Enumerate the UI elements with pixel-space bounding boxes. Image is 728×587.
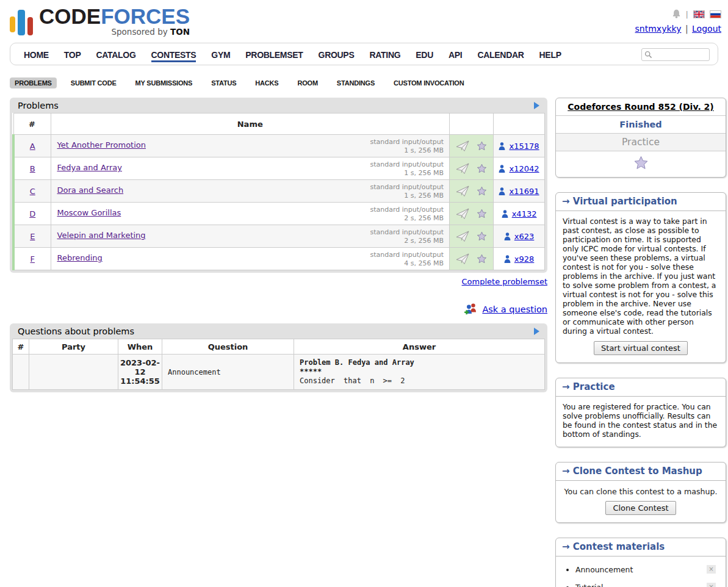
contest-tab[interactable]: CUSTOM INVOCATION: [389, 77, 469, 88]
question-index: [13, 355, 29, 390]
search-icon: [644, 51, 652, 59]
start-virtual-contest-button[interactable]: Start virtual contest: [594, 341, 688, 355]
submit-plane-icon[interactable]: [453, 209, 474, 218]
problem-letter-link[interactable]: E: [30, 232, 35, 241]
submit-plane-icon[interactable]: [453, 186, 474, 195]
submit-plane-icon[interactable]: [453, 254, 474, 263]
contest-material-item: Tutorial ×: [575, 583, 726, 587]
contest-tab[interactable]: PROBLEMS: [10, 77, 57, 88]
search-input[interactable]: [652, 50, 707, 60]
clone-mashup-title: → Clone Contest to Mashup: [556, 463, 726, 481]
questions-caption-bar: Questions about problems: [12, 326, 545, 339]
solved-count-link[interactable]: x623: [514, 232, 535, 241]
practice-text: You are registered for practice. You can…: [556, 397, 726, 447]
problem-letter-link[interactable]: D: [29, 209, 35, 218]
problem-letter-link[interactable]: B: [30, 164, 35, 173]
logout-link[interactable]: Logout: [692, 24, 721, 34]
contest-tab[interactable]: ROOM: [292, 77, 322, 88]
problems-caption-bar: Problems: [12, 100, 545, 113]
ton-text: TON: [170, 27, 190, 37]
nav-item[interactable]: API: [449, 46, 462, 62]
bell-icon[interactable]: [672, 9, 681, 19]
contest-materials-title: → Contest materials: [556, 538, 726, 556]
problem-name-link[interactable]: Velepin and Marketing: [57, 231, 146, 240]
problem-solved-cell: x928: [494, 248, 545, 270]
star-icon[interactable]: [633, 162, 649, 171]
problem-letter-link[interactable]: A: [30, 142, 35, 151]
user-separator: |: [682, 24, 691, 34]
nav-item[interactable]: HOME: [24, 46, 49, 62]
favorite-star-icon[interactable]: [474, 254, 489, 263]
contest-material-link[interactable]: Tutorial: [575, 583, 604, 587]
favorite-star-row: [556, 151, 726, 177]
nav-item[interactable]: GROUPS: [319, 46, 355, 62]
nav-item[interactable]: RATING: [369, 46, 400, 62]
solved-count-link[interactable]: x15178: [510, 142, 539, 151]
solved-count-link[interactable]: x4132: [512, 209, 537, 218]
contest-title-link[interactable]: Codeforces Round 852 (Div. 2): [568, 102, 713, 112]
nav-item[interactable]: HELP: [539, 46, 561, 62]
contest-tab[interactable]: SUBMIT CODE: [66, 77, 121, 88]
header: CODEFORCES Sponsored by TON | sntmxykky …: [10, 0, 726, 41]
favorite-star-icon[interactable]: [474, 231, 489, 240]
problem-name-link[interactable]: Yet Another Promotion: [57, 140, 146, 149]
expand-arrow-icon[interactable]: [534, 102, 539, 109]
close-icon[interactable]: ×: [707, 565, 716, 574]
nav-item[interactable]: PROBLEMSET: [245, 46, 303, 62]
nav-item[interactable]: CONTESTS: [151, 46, 196, 62]
ask-question-link[interactable]: Ask a question: [482, 304, 547, 314]
nav-item[interactable]: CALENDAR: [477, 46, 524, 62]
username-link[interactable]: sntmxykky: [635, 24, 682, 34]
solvers-person-icon: [499, 142, 509, 151]
problem-letter-link[interactable]: F: [31, 254, 35, 264]
contest-tab[interactable]: MY SUBMISSIONS: [131, 77, 198, 88]
submit-plane-icon[interactable]: [453, 141, 474, 150]
question-when: 2023-02-12 11:54:55: [118, 355, 162, 390]
contest-material-link[interactable]: Announcement: [575, 565, 633, 574]
complete-problemset-link[interactable]: Complete problemset: [462, 277, 547, 286]
solved-count-link[interactable]: x11691: [510, 187, 539, 196]
nav-item[interactable]: TOP: [64, 46, 81, 62]
favorite-star-icon[interactable]: [474, 209, 489, 218]
problem-io: standard input/output: [370, 183, 444, 192]
clone-contest-button[interactable]: Clone Contest: [605, 501, 676, 515]
problem-limits: standard input/output 4 s, 256 MB: [370, 250, 444, 268]
problem-actions-cell: [450, 135, 494, 157]
submit-plane-icon[interactable]: [453, 231, 474, 240]
favorite-star-icon[interactable]: [474, 186, 489, 195]
solved-count-link[interactable]: x928: [514, 254, 535, 264]
problem-name-link[interactable]: Rebrending: [57, 253, 103, 262]
solved-count-link[interactable]: x12042: [510, 164, 539, 173]
contest-tab[interactable]: HACKS: [250, 77, 283, 88]
favorite-star-icon[interactable]: [474, 141, 489, 150]
submit-plane-icon[interactable]: [453, 164, 474, 173]
contest-tab[interactable]: STATUS: [206, 77, 241, 88]
close-icon[interactable]: ×: [707, 583, 716, 587]
nav-item[interactable]: GYM: [211, 46, 230, 62]
language-separator: |: [686, 10, 688, 19]
problem-name-link[interactable]: Fedya and Array: [57, 163, 122, 172]
logo-code-text: CODE: [39, 4, 101, 28]
problem-name-cell: Dora and Search standard input/output 1 …: [51, 180, 450, 203]
problem-limits: standard input/output 2 s, 256 MB: [370, 227, 444, 245]
problem-row: B Fedya and Array standard input/output …: [13, 157, 545, 180]
problem-name-link[interactable]: Moscow Gorillas: [57, 208, 121, 217]
codeforces-logo[interactable]: CODEFORCES Sponsored by TON: [10, 5, 190, 41]
problem-limits: standard input/output 1 s, 256 MB: [370, 182, 444, 200]
nav-item[interactable]: CATALOG: [96, 46, 135, 62]
english-flag-icon[interactable]: [693, 10, 705, 18]
contest-tab[interactable]: STANDINGS: [332, 77, 380, 88]
page: CODEFORCES Sponsored by TON | sntmxykky …: [0, 0, 728, 587]
problem-letter-link[interactable]: C: [30, 187, 35, 196]
left-column: Problems # Name A: [10, 98, 547, 392]
expand-arrow-icon[interactable]: [534, 328, 539, 335]
search-box[interactable]: [641, 48, 710, 61]
q-col-party: Party: [29, 339, 118, 355]
problem-name-link[interactable]: Dora and Search: [57, 185, 124, 195]
favorite-star-icon[interactable]: [474, 164, 489, 173]
language-row: |: [635, 9, 721, 20]
nav-item[interactable]: EDU: [416, 46, 433, 62]
russian-flag-icon[interactable]: [710, 10, 721, 18]
answer-line: Problem B. Fedya and Array: [300, 358, 539, 367]
col-actions-header: [450, 113, 494, 135]
